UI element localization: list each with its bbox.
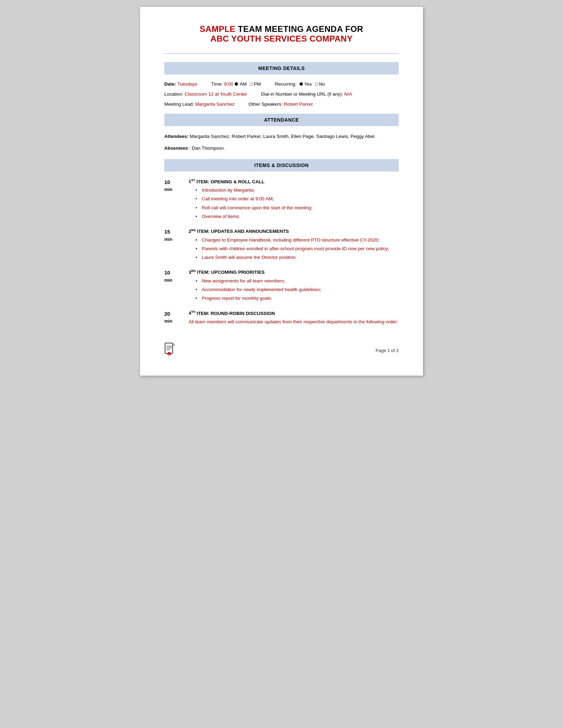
time-col-2: 15 min <box>164 228 189 263</box>
item-title-3: ITEM: UPCOMING PRIORITIES <box>197 270 265 275</box>
location-segment: Location: Classroom 12 at Youth Center <box>164 91 247 97</box>
no-label: No <box>319 81 325 87</box>
details-row-1: Date: Tuesdays Time: 9:00 ⚈ AM □ PM Recu… <box>164 81 399 87</box>
time-num-2: 15 <box>164 228 189 236</box>
bullet-2-2: Parents with children enrolled in after-… <box>196 245 399 252</box>
agenda-item-3: 10 min 3RD ITEM: UPCOMING PRIORITIES New… <box>164 269 399 304</box>
time-label: Time: <box>211 81 223 87</box>
title-line2: ABC YOUTH SERVICES COMPANY <box>164 34 399 44</box>
no-check-sym: □ <box>315 81 318 87</box>
title-line1: SAMPLE TEAM MEETING AGENDA FOR <box>164 24 399 34</box>
lead-segment: Meeting Lead: Margarita Sanchez <box>164 102 235 107</box>
bullet-2-3: Laura Smith will assume the Director pos… <box>196 254 399 261</box>
date-label: Date: <box>164 81 176 87</box>
attendance-header: ATTENDANCE <box>164 114 399 126</box>
item-title-2: ITEM: UPDATES AND ANNOUNCEMENTS <box>197 229 289 234</box>
item-content-1: 1ST ITEM: OPENING & ROLL CALL Introducti… <box>189 178 399 222</box>
meeting-details-block: Date: Tuesdays Time: 9:00 ⚈ AM □ PM Recu… <box>164 81 399 107</box>
dialin-value: N/A <box>344 91 352 97</box>
absentees-label: Absentees <box>164 146 188 151</box>
agenda-item-4: 20 min 4TH ITEM: ROUND-ROBIN DISCUSSION … <box>164 310 399 326</box>
item-title-4: ITEM: ROUND-ROBIN DISCUSSION <box>197 310 275 316</box>
item-heading-3: 3RD ITEM: UPCOMING PRIORITIES <box>189 269 399 275</box>
date-segment: Date: Tuesdays <box>164 81 197 87</box>
bullet-3-3: Progress report for monthly goals. <box>196 295 399 302</box>
time-num-3: 10 <box>164 269 189 277</box>
time-col-4: 20 min <box>164 310 189 326</box>
speakers-segment: Other Speakers: Robert Parker <box>249 102 313 107</box>
bullet-list-2: Changes to Employee Handbook, including … <box>189 237 399 261</box>
recurring-yes: ⚈ Yes <box>299 81 312 87</box>
divider-top <box>164 53 399 54</box>
attendees-row: Attendees: Margarita Sanchez, Robert Par… <box>164 133 399 140</box>
document-page: SAMPLE TEAM MEETING AGENDA FOR ABC YOUTH… <box>140 7 423 376</box>
details-row-3: Meeting Lead: Margarita Sanchez Other Sp… <box>164 102 399 107</box>
am-checkbox: ⚈ AM <box>234 81 246 87</box>
details-row-2: Location: Classroom 12 at Youth Center D… <box>164 91 399 97</box>
absentees-colon: : <box>189 146 192 151</box>
item-ordinal-4: 4TH <box>189 310 196 316</box>
lead-value: Margarita Sanchez <box>195 102 234 107</box>
dialin-label: Dial-in Number or Meeting URL (if any): <box>261 91 343 97</box>
svg-rect-0 <box>165 343 173 353</box>
item-content-2: 2ND ITEM: UPDATES AND ANNOUNCEMENTS Chan… <box>189 228 399 263</box>
pm-checkbox: □ PM <box>250 81 261 87</box>
speakers-value: Robert Parker <box>284 102 313 107</box>
dialin-segment: Dial-in Number or Meeting URL (if any): … <box>261 91 352 97</box>
time-num-4: 20 <box>164 310 189 318</box>
bullet-1-1: Introduction by Margarita; <box>196 187 399 194</box>
time-col-1: 10 min <box>164 178 189 222</box>
item-sup-1: ST <box>191 178 196 182</box>
date-value: Tuesdays <box>177 81 197 87</box>
yes-check-sym: ⚈ <box>299 81 303 87</box>
items-header: ITEMS & DISCUSSION <box>164 159 399 172</box>
lead-label: Meeting Lead: <box>164 102 194 107</box>
item-content-3: 3RD ITEM: UPCOMING PRIORITIES New assign… <box>189 269 399 304</box>
title-sample: SAMPLE <box>200 24 235 34</box>
item-sup-2: ND <box>191 228 196 231</box>
title-block: SAMPLE TEAM MEETING AGENDA FOR ABC YOUTH… <box>164 24 399 44</box>
recurring-segment: Recurring: ⚈ Yes □ No <box>275 81 325 87</box>
item-title-1: ITEM: OPENING & ROLL CALL <box>197 179 265 184</box>
footer-page: Page 1 of 2 <box>376 348 399 353</box>
time-unit-4: min <box>164 318 189 325</box>
time-unit-2: min <box>164 236 189 243</box>
time-unit-1: min <box>164 186 189 193</box>
item-heading-2: 2ND ITEM: UPDATES AND ANNOUNCEMENTS <box>189 228 399 234</box>
item-ordinal-1: 1ST <box>189 179 195 184</box>
pm-check-sym: □ <box>250 81 253 87</box>
location-value: Classroom 12 at Youth Center <box>185 91 247 97</box>
absentees-row: Absentees : Dan Thompson. <box>164 145 399 152</box>
attendees-label: Attendees: <box>164 134 189 139</box>
agenda-item-2: 15 min 2ND ITEM: UPDATES AND ANNOUNCEMEN… <box>164 228 399 263</box>
meeting-details-header: MEETING DETAILS <box>164 62 399 74</box>
item-sup-4: TH <box>191 310 196 314</box>
bullet-list-3: New assignments for all team members; Ac… <box>189 278 399 302</box>
yes-label: Yes <box>304 81 312 87</box>
attendees-value: Margarita Sanchez, Robert Parker, Laura … <box>190 134 376 139</box>
recurring-no: □ No <box>315 81 325 87</box>
bullet-1-3: Roll call will commence upon the start o… <box>196 204 399 211</box>
time-segment: Time: 9:00 ⚈ AM □ PM <box>211 81 261 87</box>
bullet-list-1: Introduction by Margarita; Call meeting … <box>189 187 399 220</box>
bullet-3-2: Accommodation for newly implemented heal… <box>196 286 399 293</box>
pm-label: PM <box>254 81 261 87</box>
title-rest: TEAM MEETING AGENDA FOR <box>238 24 363 34</box>
am-check-sym: ⚈ <box>234 81 239 87</box>
speakers-label: Other Speakers: <box>249 102 283 107</box>
svg-text:e: e <box>168 353 170 356</box>
location-label: Location: <box>164 91 183 97</box>
item-content-4: 4TH ITEM: ROUND-ROBIN DISCUSSION All tea… <box>189 310 399 326</box>
item-heading-4: 4TH ITEM: ROUND-ROBIN DISCUSSION <box>189 310 399 316</box>
bullet-1-2: Call meeting into order at 9:05 AM; <box>196 195 399 202</box>
time-value: 9:00 <box>224 81 233 87</box>
doc-icon: e <box>164 343 175 358</box>
am-label: AM <box>240 81 246 87</box>
time-num-1: 10 <box>164 178 189 186</box>
round-robin-text: All team members will communicate update… <box>189 318 399 325</box>
absentees-value: Dan Thompson. <box>192 146 225 151</box>
item-ordinal-2: 2ND <box>189 229 196 234</box>
item-sup-3: RD <box>191 269 196 272</box>
item-ordinal-3: 3RD <box>189 270 196 275</box>
time-col-3: 10 min <box>164 269 189 304</box>
